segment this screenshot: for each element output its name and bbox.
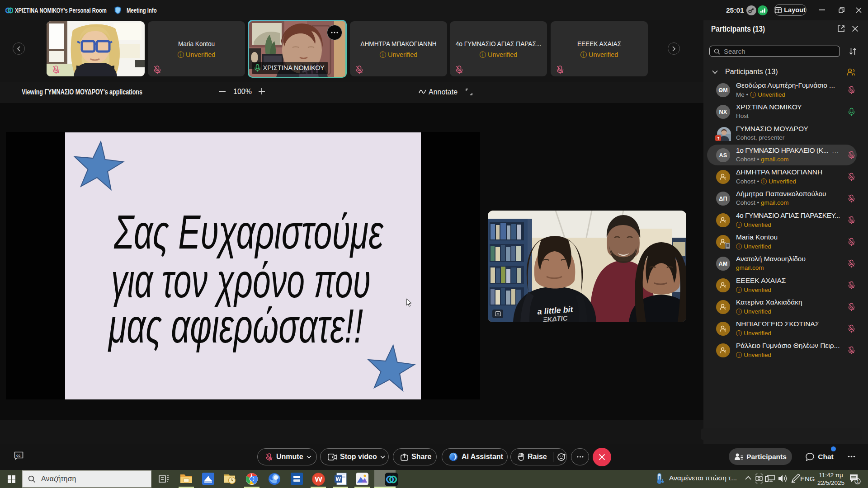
svg-text:?: ? [724,306,726,310]
svg-text:cc: cc [16,453,21,458]
svg-text:ΞΚΔTIC: ΞΚΔTIC [542,314,568,322]
svg-text:?: ? [724,350,726,353]
svg-text:?: ? [724,285,726,288]
svg-text:?: ? [724,220,726,223]
svg-text:1: 1 [857,479,859,484]
svg-text:?: ? [724,176,726,179]
svg-text:?: ? [724,328,726,331]
